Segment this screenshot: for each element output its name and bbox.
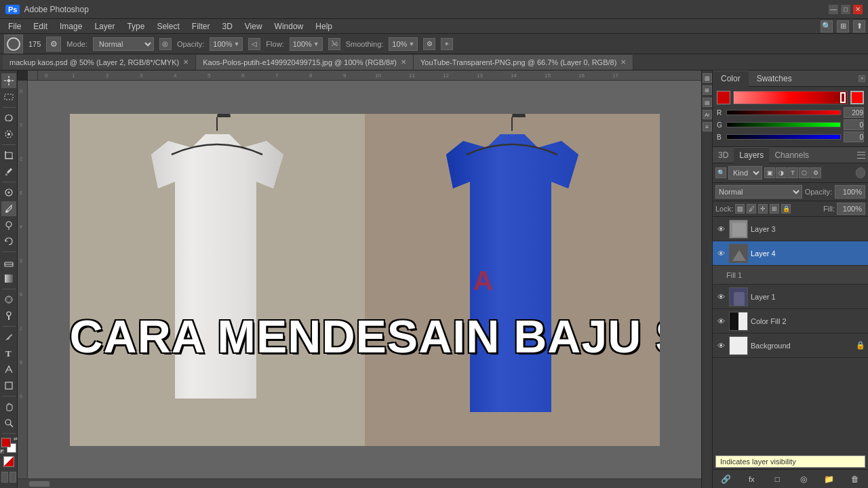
- filter-pixel[interactable]: ▣: [764, 167, 775, 178]
- lock-artboard[interactable]: ⊞: [770, 204, 779, 214]
- tool-eyedropper[interactable]: [1, 164, 16, 179]
- tool-crop[interactable]: [1, 148, 16, 163]
- layer-item-fill1[interactable]: Fill 1: [713, 266, 868, 285]
- flow-control[interactable]: 100% ▼: [290, 37, 323, 51]
- tool-path-selection[interactable]: [1, 362, 16, 377]
- tool-healing[interactable]: [1, 185, 16, 200]
- link-layers-button[interactable]: 🔗: [719, 473, 732, 485]
- search-icon[interactable]: 🔍: [715, 167, 726, 178]
- layer-item-background[interactable]: 👁 Background 🔒: [713, 333, 868, 358]
- workspace-icon[interactable]: ⊞: [837, 20, 849, 33]
- airbrush-icon[interactable]: ◎: [159, 38, 172, 50]
- tab-close-1[interactable]: ✕: [401, 58, 406, 66]
- kind-select[interactable]: Kind: [728, 166, 762, 180]
- panel-tab-channels[interactable]: Channels: [769, 147, 814, 163]
- smoothing-settings-icon[interactable]: ⚙: [423, 38, 435, 50]
- delete-layer-button[interactable]: 🗑: [849, 473, 861, 485]
- mode-select[interactable]: Normal: [93, 37, 154, 51]
- symmetry-icon[interactable]: ⌖: [441, 38, 453, 50]
- filter-adjust[interactable]: ◑: [776, 167, 787, 178]
- canvas-container[interactable]: A CARA MENDESAIN BAJU: [28, 81, 701, 479]
- tool-blur[interactable]: [1, 292, 16, 307]
- pressure-opacity-icon[interactable]: ◁: [248, 38, 260, 50]
- layer3-eye[interactable]: 👁: [715, 224, 726, 235]
- menu-image[interactable]: Image: [54, 20, 87, 33]
- foreground-color[interactable]: [1, 438, 11, 447]
- tab-1[interactable]: Kaos-Polos-putih-e1499920499715.jpg @ 10…: [196, 55, 414, 70]
- menu-edit[interactable]: Edit: [28, 20, 53, 33]
- tab-close-0[interactable]: ✕: [183, 58, 189, 66]
- r-value[interactable]: [844, 107, 864, 118]
- scroll-thumb[interactable]: [29, 481, 50, 487]
- menu-file[interactable]: File: [3, 20, 26, 33]
- lock-all[interactable]: 🔒: [781, 204, 791, 214]
- panel-icon-5[interactable]: ≡: [703, 122, 712, 131]
- tool-move[interactable]: [1, 73, 16, 88]
- menu-filter[interactable]: Filter: [186, 20, 216, 33]
- menu-view[interactable]: View: [239, 20, 268, 33]
- panel-icon-4[interactable]: Ai: [703, 110, 712, 119]
- screen-mode-standard[interactable]: [1, 472, 8, 483]
- color-swatch-area[interactable]: ⇄ ◩: [1, 438, 16, 453]
- panel-tab-layers[interactable]: Layers: [734, 147, 769, 163]
- tab-0[interactable]: mackup kaos.psd @ 50% (Layer 2, RGB/8*/C…: [3, 55, 196, 70]
- title-bar-controls[interactable]: — □ ✕: [829, 5, 863, 14]
- fill-value-display[interactable]: 100%: [837, 203, 865, 215]
- tool-clone[interactable]: [1, 218, 16, 232]
- lock-image[interactable]: 🖊: [747, 204, 756, 214]
- tool-marquee[interactable]: [1, 89, 16, 104]
- background-eye[interactable]: 👁: [715, 340, 726, 351]
- tool-brush[interactable]: [1, 201, 16, 216]
- layer-item-layer1[interactable]: 👁 Layer 1: [713, 285, 868, 309]
- b-slider[interactable]: [726, 134, 841, 140]
- lock-transparent[interactable]: ▨: [735, 204, 745, 214]
- default-colors-icon[interactable]: ◩: [0, 449, 5, 454]
- tool-type[interactable]: T: [1, 346, 16, 361]
- g-slider[interactable]: [726, 122, 841, 127]
- tool-dodge[interactable]: [1, 308, 16, 323]
- tool-hand[interactable]: [1, 399, 16, 414]
- brush-settings-icon[interactable]: ⚙: [46, 37, 61, 52]
- filter-type-t[interactable]: T: [787, 167, 798, 178]
- add-mask-button[interactable]: □: [771, 473, 783, 485]
- fx-button[interactable]: fx: [745, 473, 757, 485]
- tool-gradient[interactable]: [1, 271, 16, 286]
- swap-colors-icon[interactable]: ⇄: [14, 436, 18, 442]
- screen-mode-full[interactable]: [9, 472, 16, 483]
- panel-tab-3d[interactable]: 3D: [713, 147, 734, 163]
- menu-help[interactable]: Help: [310, 20, 338, 33]
- new-group-button[interactable]: 📁: [823, 473, 835, 485]
- filter-shape[interactable]: ⬡: [799, 167, 810, 178]
- current-color-box[interactable]: [850, 91, 864, 104]
- search-icon[interactable]: 🔍: [821, 20, 833, 33]
- layer-item-layer4[interactable]: 👁 Layer 4: [713, 241, 868, 266]
- r-slider[interactable]: [726, 110, 841, 115]
- quick-mask-toggle[interactable]: [1, 454, 16, 469]
- tool-history[interactable]: [1, 234, 16, 249]
- tool-eraser[interactable]: [1, 255, 16, 270]
- tool-quick-select[interactable]: [1, 127, 16, 142]
- color-tab[interactable]: Color: [713, 70, 749, 87]
- lock-position[interactable]: ✛: [758, 204, 768, 214]
- layer4-eye[interactable]: 👁: [715, 248, 726, 259]
- smoothing-control[interactable]: 10% ▼: [389, 37, 418, 51]
- menu-layer[interactable]: Layer: [89, 20, 120, 33]
- b-value[interactable]: [844, 131, 864, 142]
- swatches-tab[interactable]: Swatches: [749, 70, 800, 87]
- opacity-value-display[interactable]: 100%: [835, 185, 865, 199]
- fg-color-box[interactable]: [717, 91, 730, 104]
- tab-close-2[interactable]: ✕: [620, 58, 626, 66]
- g-value[interactable]: [844, 119, 864, 130]
- tool-lasso[interactable]: [1, 110, 16, 125]
- tool-zoom[interactable]: [1, 415, 16, 430]
- layer-item-layer3[interactable]: 👁 Layer 3: [713, 217, 868, 241]
- opacity-control[interactable]: 100% ▼: [210, 37, 243, 51]
- close-button[interactable]: ✕: [853, 5, 863, 14]
- color-spectrum-bar[interactable]: [733, 91, 848, 104]
- menu-type[interactable]: Type: [121, 20, 150, 33]
- panel-icon-1[interactable]: ▧: [703, 73, 712, 83]
- share-icon[interactable]: ⬆: [853, 20, 865, 33]
- menu-3d[interactable]: 3D: [216, 20, 237, 33]
- airbrush-toggle-icon[interactable]: 🌬: [328, 38, 340, 50]
- panel-icon-2[interactable]: ⊞: [703, 85, 712, 95]
